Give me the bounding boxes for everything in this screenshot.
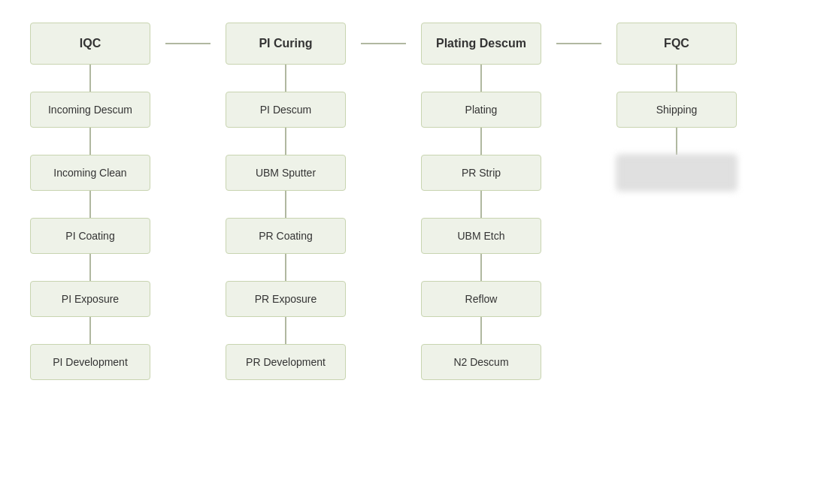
- connector-v: [285, 191, 286, 218]
- column-2: PI Curing PI Descum UBM Sputter PR Coati…: [211, 23, 361, 380]
- node-pr-exposure[interactable]: PR Exposure: [226, 281, 346, 317]
- node-pi-coating[interactable]: PI Coating: [30, 218, 150, 254]
- node-pr-strip[interactable]: PR Strip: [421, 155, 541, 191]
- connector-v: [480, 191, 482, 218]
- connector-v: [89, 65, 91, 92]
- connector-v: [285, 254, 286, 281]
- column-1: IQC Incoming Descum Incoming Clean PI Co…: [15, 23, 165, 380]
- h-line: [361, 43, 406, 44]
- connector-v: [480, 128, 482, 155]
- node-incoming-descum[interactable]: Incoming Descum: [30, 92, 150, 128]
- h-connector-3-4: [556, 23, 601, 44]
- node-pi-curing[interactable]: PI Curing: [226, 23, 346, 65]
- connector-v: [480, 254, 482, 281]
- connector-v: [285, 128, 286, 155]
- node-incoming-clean[interactable]: Incoming Clean: [30, 155, 150, 191]
- connector-v: [89, 317, 91, 344]
- connector-v: [285, 65, 286, 92]
- connector-v: [89, 191, 91, 218]
- connector-v: [89, 128, 91, 155]
- node-ubm-sputter[interactable]: UBM Sputter: [226, 155, 346, 191]
- node-pi-exposure[interactable]: PI Exposure: [30, 281, 150, 317]
- column-4: FQC Shipping Hidden Step: [601, 23, 752, 191]
- node-pr-coating[interactable]: PR Coating: [226, 218, 346, 254]
- node-fqc[interactable]: FQC: [616, 23, 737, 65]
- column-3: Plating Descum Plating PR Strip UBM Etch…: [406, 23, 556, 380]
- h-connector-1-2: [165, 23, 211, 44]
- connector-v: [676, 128, 677, 155]
- connector-v: [676, 65, 677, 92]
- connector-v: [285, 317, 286, 344]
- node-plating-descum[interactable]: Plating Descum: [421, 23, 541, 65]
- flowchart: IQC Incoming Descum Incoming Clean PI Co…: [0, 0, 839, 504]
- node-pr-development[interactable]: PR Development: [226, 344, 346, 380]
- node-pi-descum[interactable]: PI Descum: [226, 92, 346, 128]
- h-connector-2-3: [361, 23, 406, 44]
- h-line: [556, 43, 601, 44]
- node-n2-descum[interactable]: N2 Descum: [421, 344, 541, 380]
- node-reflow[interactable]: Reflow: [421, 281, 541, 317]
- node-pi-development[interactable]: PI Development: [30, 344, 150, 380]
- connector-v: [89, 254, 91, 281]
- node-plating[interactable]: Plating: [421, 92, 541, 128]
- connector-v: [480, 317, 482, 344]
- node-shipping[interactable]: Shipping: [616, 92, 737, 128]
- h-line: [165, 43, 211, 44]
- node-iqc[interactable]: IQC: [30, 23, 150, 65]
- connector-v: [480, 65, 482, 92]
- node-ubm-etch[interactable]: UBM Etch: [421, 218, 541, 254]
- node-blurred: Hidden Step: [616, 155, 737, 191]
